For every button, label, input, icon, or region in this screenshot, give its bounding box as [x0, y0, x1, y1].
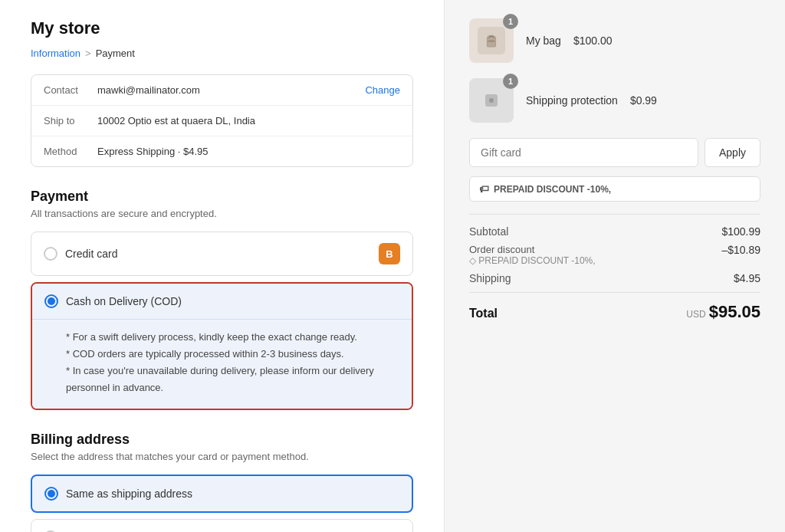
- total-value-wrap: USD $95.05: [686, 302, 760, 322]
- left-panel: My store Information > Payment Contact m…: [0, 0, 445, 532]
- bag-image-wrap: 1: [469, 18, 514, 63]
- apply-button[interactable]: Apply: [705, 138, 760, 167]
- method-value: Express Shipping · $4.95: [97, 146, 400, 157]
- prepaid-discount-sub: ◇ PREPAID DISCOUNT -10%,: [469, 255, 596, 266]
- different-billing-header[interactable]: Use a different billing address: [31, 520, 412, 532]
- svg-point-3: [489, 98, 494, 103]
- method-row: Method Express Shipping · $4.95: [31, 136, 412, 166]
- same-shipping-label: Same as shipping address: [66, 488, 399, 500]
- store-title: My store: [31, 18, 413, 38]
- billing-options: Same as shipping address Use a different…: [31, 475, 413, 532]
- cod-details: * For a swift delivery process, kindly k…: [32, 319, 412, 409]
- payment-title: Payment: [31, 189, 413, 205]
- shipping-value: $4.95: [734, 272, 760, 284]
- summary-divider: [469, 214, 760, 215]
- discount-tag: 🏷 PREPAID DISCOUNT -10%,: [469, 176, 760, 202]
- total-currency: USD: [686, 309, 705, 320]
- billing-title: Billing address: [31, 432, 413, 448]
- total-row: Total USD $95.05: [469, 292, 760, 322]
- bag-badge: 1: [503, 14, 518, 29]
- badge-b: B: [379, 243, 400, 264]
- cod-detail-line1: * For a swift delivery process, kindly k…: [66, 329, 399, 346]
- ship-row: Ship to 10002 Optio est at quaera DL, In…: [31, 106, 412, 136]
- subtotal-row: Subtotal $100.99: [469, 225, 760, 238]
- breadcrumb-info-link[interactable]: Information: [31, 48, 80, 59]
- order-item-protection: 1 Shipping protection $0.99: [469, 78, 760, 123]
- bag-name: My bag: [526, 34, 561, 47]
- total-label: Total: [469, 307, 498, 320]
- cod-label: Cash on Delivery (COD): [66, 295, 399, 307]
- credit-card-label: Credit card: [65, 248, 371, 260]
- contact-row: Contact mawki@mailinator.com Change: [31, 75, 412, 106]
- subtotal-value: $100.99: [721, 225, 760, 238]
- tag-icon: 🏷: [479, 183, 489, 195]
- payment-subtitle: All transactions are secure and encrypte…: [31, 208, 413, 219]
- protection-badge: 1: [503, 74, 518, 89]
- cod-detail-line2: * COD orders are typically processed wit…: [66, 346, 399, 363]
- info-box: Contact mawki@mailinator.com Change Ship…: [31, 74, 413, 167]
- same-shipping-header[interactable]: Same as shipping address: [32, 476, 412, 511]
- credit-card-header[interactable]: Credit card B: [31, 232, 412, 275]
- discount-row: Order discount ◇ PREPAID DISCOUNT -10%, …: [469, 244, 760, 266]
- protection-image-wrap: 1: [469, 78, 514, 123]
- cod-radio[interactable]: [44, 294, 58, 308]
- order-discount-label: Order discount: [469, 244, 596, 255]
- cod-option[interactable]: Cash on Delivery (COD) * For a swift del…: [31, 282, 413, 410]
- credit-card-option[interactable]: Credit card B: [31, 232, 413, 276]
- shipping-row: Shipping $4.95: [469, 272, 760, 284]
- discount-tag-label: PREPAID DISCOUNT -10%,: [494, 184, 611, 195]
- same-shipping-radio[interactable]: [44, 487, 58, 501]
- different-billing-option[interactable]: Use a different billing address: [31, 519, 413, 532]
- payment-section: Payment All transactions are secure and …: [31, 189, 413, 410]
- gift-card-input[interactable]: [469, 138, 698, 167]
- order-item-bag: 1 My bag $100.00: [469, 18, 760, 63]
- contact-label: Contact: [44, 84, 97, 96]
- subtotal-label: Subtotal: [469, 225, 508, 238]
- ship-label: Ship to: [44, 115, 97, 126]
- protection-name: Shipping protection: [526, 94, 618, 107]
- change-contact-link[interactable]: Change: [365, 84, 400, 96]
- prepaid-discount-label: ◇ PREPAID DISCOUNT -10%,: [469, 255, 596, 266]
- method-label: Method: [44, 146, 97, 157]
- shipping-label: Shipping: [469, 272, 511, 284]
- bag-price: $100.00: [573, 34, 613, 47]
- gift-card-row: Apply: [469, 138, 760, 167]
- breadcrumb: Information > Payment: [31, 48, 413, 59]
- prepaid-discount-value: –$10.89: [721, 244, 760, 266]
- billing-subtitle: Select the address that matches your car…: [31, 451, 413, 462]
- total-value: $95.05: [709, 302, 760, 322]
- protection-price: $0.99: [630, 94, 657, 107]
- svg-rect-1: [488, 40, 495, 41]
- ship-value: 10002 Optio est at quaera DL, India: [97, 115, 400, 126]
- credit-card-radio[interactable]: [44, 247, 57, 261]
- cod-detail-line3: * In case you're unavailable during deli…: [66, 363, 399, 396]
- breadcrumb-separator: >: [85, 48, 91, 59]
- contact-value: mawki@mailinator.com: [97, 84, 365, 96]
- payment-options: Credit card B Cash on Delivery (COD) * F…: [31, 232, 413, 410]
- breadcrumb-current: Payment: [96, 48, 135, 59]
- billing-section: Billing address Select the address that …: [31, 432, 413, 532]
- cod-header[interactable]: Cash on Delivery (COD): [32, 284, 412, 319]
- right-panel: 1 My bag $100.00 1 Shipping protection $…: [445, 0, 785, 532]
- same-as-shipping-option[interactable]: Same as shipping address: [31, 475, 413, 513]
